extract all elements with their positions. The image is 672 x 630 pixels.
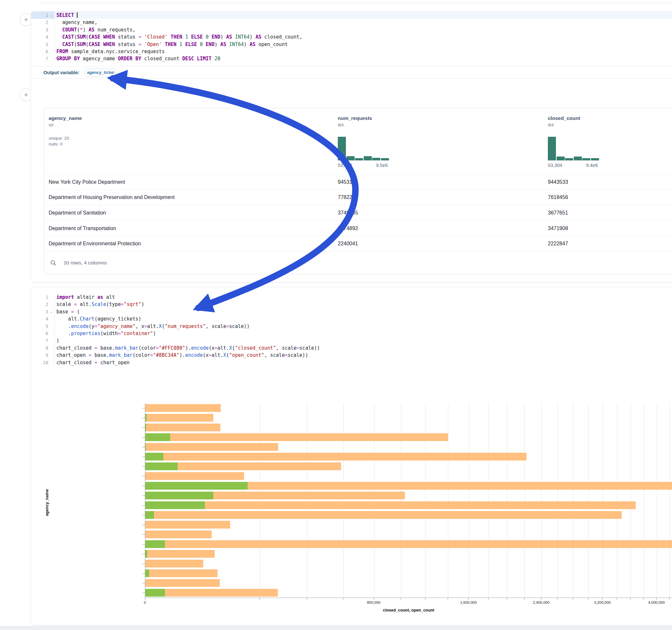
cell-value: 2222847 [548, 241, 568, 247]
code-line[interactable]: 8chart_closed = base.mark_bar(color="#FF… [31, 344, 672, 352]
python-code-editor[interactable]: 1import altair as alt2scale = alt.Scale(… [31, 294, 672, 366]
y-axis-tick [142, 495, 145, 496]
code-line[interactable]: 4 alt.Chart(agency_tickets) [31, 315, 672, 322]
gridline [589, 403, 589, 598]
fold-chevron-icon[interactable]: ⌄ [48, 308, 54, 315]
gridline [617, 403, 617, 598]
line-number: 7 [46, 337, 48, 344]
sql-code-editor[interactable]: 1⌄SELECT 2 agency_name,3 COUNT(*) AS num… [31, 12, 672, 63]
code-line[interactable]: 2 agency_name, [31, 19, 672, 26]
gridline [343, 403, 344, 598]
y-axis-tick [142, 593, 145, 593]
open-count-bar [145, 423, 146, 431]
column-type: i64 [548, 122, 652, 127]
line-number: 8 [46, 344, 48, 352]
x-axis-tick [259, 598, 260, 600]
fold-chevron-placeholder [48, 41, 54, 48]
x-axis-tick [488, 598, 488, 600]
open-count-bar [145, 501, 205, 509]
line-number: 9 [46, 352, 48, 359]
code-line[interactable]: 10chart_closed + chart_open [31, 359, 672, 366]
fold-chevron-icon[interactable]: ⌄ [48, 12, 54, 19]
histogram-bar [338, 137, 346, 161]
closed-count-bar [145, 472, 244, 480]
x-axis-tick [602, 598, 603, 600]
y-axis-tick [142, 573, 145, 574]
results-table-footer: 20 rows, 4 columns [44, 251, 672, 274]
line-number: 5 [46, 323, 48, 330]
fold-chevron-placeholder [48, 337, 54, 344]
line-number: 6 [46, 48, 48, 55]
histogram-max-label: 9.4e6 [586, 163, 598, 168]
fold-chevron-placeholder [48, 294, 54, 301]
x-axis-tick [469, 598, 469, 600]
table-row: Department of Sanitation37494853677651 [44, 205, 672, 221]
cell-value: 9453131 [338, 179, 358, 185]
code-line[interactable]: 1import altair as alt [31, 294, 672, 301]
chart-y-axis-title: agency_name [45, 489, 49, 516]
closed-count-bar [145, 433, 448, 441]
histogram-bar [557, 156, 565, 161]
fold-chevron-placeholder [48, 33, 54, 41]
gridline [630, 403, 631, 598]
histogram-bar [364, 156, 372, 161]
code-line[interactable]: 5 .encode(y="agency_name", x=alt.X("num_… [31, 323, 672, 330]
fold-chevron-placeholder [48, 301, 54, 308]
x-axis-tick [541, 598, 542, 600]
x-axis-tick [524, 598, 525, 600]
column-type: i64 [338, 122, 441, 127]
column-stat: nulls: 0 [49, 142, 152, 146]
fold-chevron-placeholder [48, 26, 54, 33]
fold-chevron-placeholder [48, 352, 54, 359]
table-row: New York City Police Department945313194… [44, 174, 672, 190]
gridline [657, 403, 657, 598]
x-axis-tick [425, 598, 425, 600]
gridline [669, 403, 670, 598]
open-count-bar [145, 414, 146, 421]
y-axis-tick [142, 476, 145, 477]
gridline [401, 403, 401, 598]
column-name: closed_count [548, 115, 652, 121]
output-variable-pill[interactable]: agency_tickets [84, 68, 117, 77]
closed-count-bar [145, 540, 672, 548]
fold-chevron-placeholder [48, 55, 54, 62]
code-line[interactable]: 9chart_open = base.mark_bar(color="#8BC3… [31, 352, 672, 359]
fold-chevron-placeholder [48, 48, 54, 55]
column-header-agency_name[interactable]: agency_namestrunique: 20nulls: 0 [49, 108, 152, 146]
cell-value: 3749485 [338, 210, 358, 216]
column-header-closed_count[interactable]: closed_counti6453,3049.4e6 [548, 108, 652, 127]
histogram-bar [355, 158, 363, 161]
y-axis-tick [142, 466, 145, 467]
closed-count-bar [145, 560, 203, 567]
line-number: 10 [43, 359, 48, 366]
y-axis-tick [142, 534, 145, 535]
x-axis-tick-label: 3,200,000 [594, 601, 611, 604]
gridline [488, 403, 489, 598]
line-number: 4 [46, 33, 48, 41]
code-line[interactable]: 2scale = alt.Scale(type="sqrt") [31, 301, 672, 308]
cell-value: 7782211 [338, 194, 358, 200]
gridline [469, 403, 469, 598]
column-header-num_requests[interactable]: num_requestsi6453,3049.5e6 [338, 108, 441, 127]
histogram-bar [574, 156, 582, 161]
code-line[interactable]: 7GROUP BY agency_name ORDER BY closed_co… [31, 55, 672, 62]
y-axis-tick [142, 544, 145, 544]
x-axis-tick [374, 598, 374, 600]
x-axis-tick [669, 598, 669, 600]
code-line[interactable]: 7) [31, 337, 672, 344]
code-line[interactable]: 1⌄SELECT [31, 12, 672, 19]
x-axis-tick [630, 598, 630, 600]
histogram-bar [346, 156, 355, 161]
code-line[interactable]: 3⌄base = ( [31, 308, 672, 315]
code-line[interactable]: 3 COUNT(*) AS num_requests, [31, 26, 672, 33]
closed-count-bar [145, 521, 230, 529]
code-line[interactable]: 5 CAST(SUM(CASE WHEN status = 'Open' THE… [31, 41, 672, 48]
python-cell-card: 1import altair as alt2scale = alt.Scale(… [31, 287, 672, 626]
closed-count-bar [145, 443, 278, 451]
x-axis-tick [644, 598, 644, 600]
code-line[interactable]: 6FROM sample_data.nyc.service_requests [31, 48, 672, 55]
code-line[interactable]: 4 CAST(SUM(CASE WHEN status = 'Closed' T… [31, 33, 672, 41]
code-line[interactable]: 6 .properties(width="container") [31, 330, 672, 337]
search-icon[interactable] [50, 260, 56, 266]
histogram-bar [381, 158, 389, 161]
